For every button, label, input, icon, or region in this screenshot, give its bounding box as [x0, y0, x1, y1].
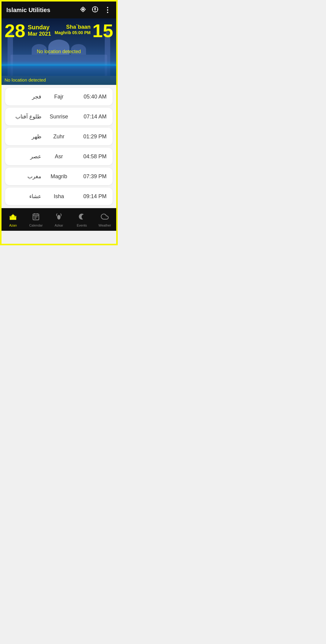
- location-icon[interactable]: [80, 6, 86, 14]
- hands-nav-icon: [55, 213, 63, 222]
- svg-rect-18: [15, 216, 16, 220]
- svg-point-6: [82, 9, 84, 10]
- prayer-english: Fajr: [41, 94, 76, 100]
- prayer-arabic: فجر: [11, 93, 41, 100]
- nav-item-weather[interactable]: Weather: [96, 213, 114, 227]
- hero-date-left: 28 Sunday Mar 2021: [5, 21, 51, 40]
- nav-item-azan[interactable]: Azan: [4, 213, 22, 227]
- svg-rect-17: [10, 216, 11, 220]
- prayer-list: فجر Fajr 05:40 AM طلوع آفتاب Sunrise 07:…: [2, 85, 116, 208]
- mosque-image: [2, 37, 116, 76]
- prayer-time: 07:14 AM: [76, 114, 107, 120]
- prayer-english: Isha: [41, 193, 76, 200]
- prayer-card[interactable]: عصر Asr 04:58 PM: [5, 148, 113, 165]
- cloud-nav-icon: [101, 213, 109, 222]
- nav-label-calendar: Calendar: [29, 224, 43, 227]
- svg-marker-13: [94, 9, 96, 11]
- hero-location-bottom: No location detected: [5, 77, 46, 82]
- prayer-english: Sunrise: [41, 114, 76, 120]
- prayer-time: 05:40 AM: [76, 94, 107, 100]
- hero-section: 28 Sunday Mar 2021 Sha`baan Maghrib 05:0…: [2, 18, 116, 85]
- nav-item-calendar[interactable]: Calendar: [27, 213, 45, 227]
- hijri-month: Sha`baan: [66, 24, 91, 30]
- prayer-arabic: عصر: [11, 153, 41, 160]
- prayer-card[interactable]: مغرب Magrib 07:39 PM: [5, 168, 113, 185]
- prayer-card[interactable]: فجر Fajr 05:40 AM: [5, 88, 113, 105]
- svg-point-26: [57, 215, 61, 219]
- compass-icon[interactable]: [92, 6, 98, 14]
- prayer-arabic: ظهر: [11, 133, 41, 140]
- day-name: Sunday: [28, 24, 51, 31]
- nav-label-azkar: Azkar: [55, 224, 63, 227]
- top-bar-icons: ⋮: [80, 6, 111, 14]
- nav-label-events: Events: [77, 224, 87, 227]
- svg-rect-14: [10, 217, 15, 220]
- nav-item-events[interactable]: Events: [73, 213, 91, 227]
- hijri-day: 15: [92, 21, 113, 40]
- prayer-card[interactable]: ظهر Zuhr 01:29 PM: [5, 128, 113, 145]
- prayer-time: 07:39 PM: [76, 173, 107, 180]
- prayer-arabic: مغرب: [11, 173, 41, 180]
- date-text: Sunday Mar 2021: [28, 21, 51, 37]
- nav-label-weather: Weather: [98, 224, 111, 227]
- nav-label-azan: Azan: [9, 224, 17, 227]
- gregorian-day: 28: [5, 21, 25, 40]
- prayer-time: 04:58 PM: [76, 153, 107, 160]
- bottom-nav: Azan Calendar Azkar: [2, 208, 116, 231]
- prayer-card[interactable]: عشاء Isha 09:14 PM: [5, 188, 113, 205]
- prayer-time: 01:29 PM: [76, 134, 107, 140]
- prayer-card[interactable]: طلوع آفتاب Sunrise 07:14 AM: [5, 108, 113, 125]
- prayer-arabic: طلوع آفتاب: [11, 113, 41, 120]
- prayer-english: Magrib: [41, 173, 76, 180]
- svg-marker-12: [94, 8, 96, 9]
- prayer-english: Asr: [41, 153, 76, 160]
- prayer-arabic: عشاء: [11, 193, 41, 200]
- calendar-nav-icon: [32, 213, 40, 222]
- mosque-nav-icon: [9, 213, 17, 222]
- month-year: Mar 2021: [28, 31, 51, 37]
- hero-location-center: No location detected: [37, 49, 81, 54]
- prayer-time: 09:14 PM: [76, 193, 107, 200]
- nav-item-azkar[interactable]: Azkar: [50, 213, 68, 227]
- top-bar: Islamic Utilities ⋮: [2, 2, 116, 18]
- hijri-prayer: Maghrib 05:00 PM: [55, 30, 91, 35]
- hijri-info: Sha`baan Maghrib 05:00 PM: [55, 21, 91, 35]
- crescent-nav-icon: [78, 213, 86, 222]
- prayer-english: Zuhr: [41, 134, 76, 140]
- hero-date-right: Sha`baan Maghrib 05:00 PM 15: [55, 21, 113, 40]
- more-menu-icon[interactable]: ⋮: [104, 6, 111, 14]
- app-title: Islamic Utilities: [6, 7, 50, 14]
- svg-point-16: [11, 214, 15, 217]
